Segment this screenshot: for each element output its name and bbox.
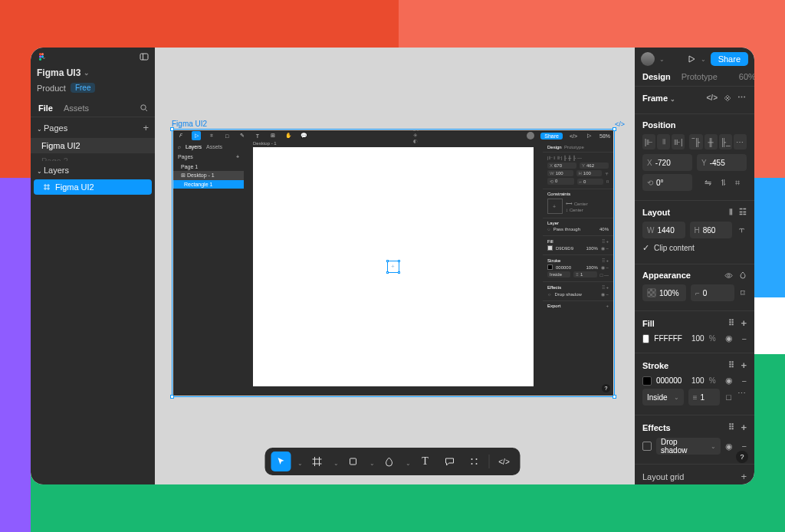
actions-icon[interactable] (465, 452, 484, 471)
code-icon[interactable]: </> (707, 94, 718, 102)
tab-assets[interactable]: Assets (64, 103, 89, 113)
comment-tool-icon[interactable]: 💬 (299, 131, 308, 140)
stroke-more-icon[interactable]: ⋯ (737, 389, 747, 406)
w-input[interactable]: W100 (547, 170, 573, 176)
remove-fill-icon[interactable]: − (742, 334, 747, 343)
hand-tool-icon[interactable]: ✋ (284, 131, 293, 140)
tab-design[interactable]: Design (547, 145, 562, 149)
share-button[interactable]: Share (711, 52, 748, 66)
chevron-down-icon[interactable]: ⌄ (37, 126, 42, 133)
blend-icon[interactable] (739, 271, 747, 280)
frame-tool-icon[interactable]: ⌗ (207, 131, 216, 140)
align-icons[interactable]: ⫴ ⫲ ◈ ◐ (413, 131, 422, 140)
search-icon[interactable] (140, 103, 149, 113)
tab-file[interactable]: File (38, 103, 53, 113)
align-left-icon[interactable]: |⊩ (642, 134, 655, 149)
more-icon[interactable]: ⋯ (737, 93, 747, 103)
add-grid-icon[interactable]: + (741, 471, 747, 482)
add-page-icon[interactable]: + (143, 122, 149, 133)
remove-effect-icon[interactable]: − (742, 442, 747, 451)
present-icon[interactable]: ▷ (584, 131, 593, 140)
layer-item-selected[interactable]: Figma UI2 (34, 179, 152, 195)
tab-prototype[interactable]: Prototype (564, 145, 584, 149)
pen-tool-icon[interactable] (379, 452, 399, 471)
constraints-widget[interactable]: + (547, 199, 563, 214)
chevron-down-icon[interactable] (332, 455, 339, 468)
shape-tool-icon[interactable] (343, 452, 363, 471)
chevron-down-icon[interactable] (368, 455, 375, 468)
visibility-icon[interactable] (724, 271, 733, 280)
opacity-input[interactable]: 100% (642, 284, 686, 301)
effect-swatch[interactable] (642, 442, 652, 451)
effect-select[interactable]: Drop shadow⌄ (656, 438, 721, 455)
styles-icon[interactable]: ⠿ (728, 422, 734, 433)
text-tool-icon[interactable]: T (415, 452, 435, 471)
stroke-side-icon[interactable]: □ (724, 389, 733, 406)
layout-grid-label[interactable]: Layout grid (642, 472, 684, 481)
chevron-down-icon[interactable] (404, 455, 411, 468)
component-icon[interactable] (724, 94, 731, 102)
help-icon[interactable]: ? (602, 384, 610, 392)
resize-handle[interactable] (613, 395, 616, 399)
share-button[interactable]: Share (540, 133, 563, 140)
file-name[interactable]: Figma UI3⌄ (31, 66, 155, 83)
rotation-input[interactable]: ⟲0° (642, 174, 692, 191)
visibility-icon[interactable]: ◉ (725, 333, 733, 343)
align-right-icon[interactable]: ⊪| (672, 134, 685, 149)
page-item[interactable]: Page 1 (173, 163, 244, 171)
breadcrumb[interactable]: Product (37, 84, 66, 93)
remove-stroke-icon[interactable]: − (742, 376, 747, 386)
zoom-level[interactable]: 58% (599, 133, 610, 139)
embedded-canvas[interactable]: Desktop - 1 + (244, 130, 543, 396)
h-input[interactable]: H100 (576, 170, 603, 176)
help-icon[interactable]: ? (736, 451, 748, 463)
avatar[interactable] (641, 52, 655, 66)
artboard-label[interactable]: Desktop - 1 (253, 141, 277, 146)
zoom-level[interactable]: 60% (739, 72, 754, 81)
tab-prototype[interactable]: Prototype (682, 72, 718, 81)
fill-opacity[interactable]: 100 (691, 334, 705, 343)
frame-label[interactable]: Frame ⌄ (642, 94, 675, 103)
visibility-icon[interactable]: ◉ (725, 442, 733, 452)
flip-h-icon[interactable]: ⇋ (705, 178, 711, 188)
x-input[interactable]: X670 (547, 163, 576, 169)
fill-swatch[interactable] (642, 334, 649, 343)
shape-tool-icon[interactable]: □ (222, 131, 232, 140)
w-input[interactable]: W1440 (642, 222, 685, 238)
visibility-icon[interactable]: ◉ (725, 376, 733, 386)
chevron-down-icon[interactable] (296, 455, 303, 468)
styles-icon[interactable]: ⠿ (728, 317, 734, 329)
tab-assets[interactable]: Assets (206, 144, 222, 149)
pages-header[interactable]: Pages (44, 123, 67, 133)
align-hcenter-icon[interactable]: ⦀ (657, 134, 670, 149)
panel-toggle-icon[interactable] (140, 52, 149, 61)
pen-tool-icon[interactable]: ✎ (238, 131, 247, 140)
link-wh-icon[interactable]: ⥾ (737, 222, 747, 238)
flip-v-icon[interactable]: ⥮ (720, 178, 727, 188)
page-item[interactable]: Figma UI2 (31, 138, 155, 153)
layers-header[interactable]: Layers (44, 166, 69, 175)
align-vcenter-icon[interactable]: ╫ (705, 134, 718, 149)
rotation-input[interactable]: ⟲0 (547, 178, 574, 185)
page-item[interactable]: Page 2 (31, 153, 155, 161)
frame-tool-icon[interactable] (307, 452, 327, 471)
autolayout-h-icon[interactable]: ⫴ (729, 207, 733, 217)
layer-item-selected[interactable]: Rectangle 1 (173, 180, 244, 189)
pages-header[interactable]: Pages (178, 154, 193, 159)
y-input[interactable]: Y-455 (697, 154, 747, 171)
resources-icon[interactable]: ⊞ (268, 131, 278, 140)
dev-mode-icon[interactable]: </> (494, 452, 514, 471)
dev-mode-icon[interactable]: </> (569, 131, 578, 140)
autolayout-v-icon[interactable]: ☷ (739, 207, 747, 217)
align-bottom-icon[interactable]: ╟_ (719, 134, 732, 149)
chevron-down-icon[interactable]: ⌄ (659, 56, 665, 63)
chevron-down-icon[interactable]: ⌄ (701, 56, 706, 63)
comment-tool-icon[interactable] (440, 452, 460, 471)
add-stroke-icon[interactable]: + (741, 360, 747, 371)
styles-icon[interactable]: ⠿ (728, 360, 734, 371)
x-input[interactable]: X-720 (642, 154, 692, 171)
add-effect-icon[interactable]: + (741, 422, 747, 433)
add-page-icon[interactable]: + (236, 154, 239, 159)
h-input[interactable]: H860 (690, 222, 733, 238)
move-tool-icon[interactable] (271, 452, 291, 471)
